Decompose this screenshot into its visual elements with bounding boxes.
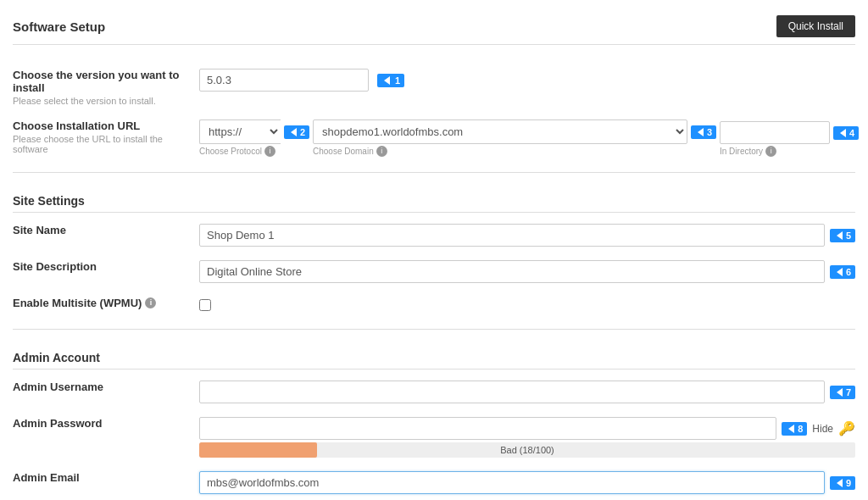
site-name-control: 5: [199, 224, 855, 247]
site-name-row: Site Name 5: [13, 217, 855, 253]
site-settings-section: Site Settings Site Name 5 Site Descripti…: [13, 177, 855, 330]
version-input[interactable]: [199, 69, 369, 92]
email-label-col: Admin Email: [13, 471, 199, 484]
admin-account-title: Admin Account: [13, 342, 855, 369]
annotation-2: 2: [284, 125, 309, 139]
site-settings-title: Site Settings: [13, 186, 855, 213]
password-label-col: Admin Password: [13, 417, 199, 430]
site-name-label: Site Name: [13, 224, 186, 236]
username-label-col: Admin Username: [13, 381, 199, 393]
password-row: Admin Password 8 Hide 🔑 Bad (18/100): [13, 410, 855, 464]
username-input[interactable]: [199, 381, 825, 403]
url-label-col: Choose Installation URL Please choose th…: [13, 119, 199, 154]
site-desc-row: Site Description 6: [13, 253, 855, 290]
multisite-label-col: Enable Multisite (WPMU) i: [13, 297, 199, 309]
strength-label: Bad (18/100): [199, 442, 855, 458]
username-label: Admin Username: [13, 381, 186, 393]
site-desc-label: Site Description: [13, 260, 186, 273]
annotation-3: 3: [691, 125, 716, 139]
directory-input[interactable]: [720, 121, 830, 144]
quick-install-button[interactable]: Quick Install: [776, 15, 855, 37]
password-strength-bar: Bad (18/100): [199, 442, 855, 458]
admin-account-section: Admin Account Admin Username 7 Admin Pas…: [13, 334, 855, 500]
url-row: Choose Installation URL Please choose th…: [13, 113, 855, 164]
page-title: Software Setup: [13, 19, 105, 34]
multisite-row: Enable Multisite (WPMU) i: [13, 290, 855, 320]
url-sublabel: Please choose the URL to install the sof…: [13, 134, 186, 154]
version-label-col: Choose the version you want to install P…: [13, 69, 199, 106]
version-url-section: Choose the version you want to install P…: [13, 53, 855, 173]
username-control: 7: [199, 381, 855, 403]
email-input[interactable]: [199, 471, 825, 494]
url-control-col: https:// http:// 2 Choose Protocol i: [199, 119, 855, 157]
annotation-5: 5: [830, 229, 855, 242]
site-desc-label-col: Site Description: [13, 260, 199, 273]
site-desc-control: 6: [199, 260, 855, 283]
version-row: Choose the version you want to install P…: [13, 62, 855, 113]
multisite-checkbox[interactable]: [199, 299, 211, 311]
directory-info-icon[interactable]: i: [765, 146, 776, 157]
directory-wrap: 4 In Directory i: [720, 121, 855, 157]
hide-password-button[interactable]: Hide: [812, 423, 833, 435]
domain-sublabel: Choose Domain i: [313, 146, 716, 157]
url-label: Choose Installation URL: [13, 119, 186, 132]
version-label: Choose the version you want to install: [13, 69, 186, 94]
protocol-sublabel: Choose Protocol i: [199, 146, 309, 157]
username-row: Admin Username 7: [13, 374, 855, 410]
password-control: 8 Hide 🔑 Bad (18/100): [199, 417, 855, 458]
site-name-input[interactable]: [199, 224, 825, 247]
password-label: Admin Password: [13, 417, 186, 430]
version-sublabel: Please select the version to install.: [13, 96, 186, 106]
protocol-wrap: https:// http:// 2 Choose Protocol i: [199, 119, 309, 157]
annotation-6: 6: [830, 265, 855, 279]
domain-wrap: shopdemo1.worldofmbs.com 3 Choose Domain…: [313, 119, 716, 157]
site-name-label-col: Site Name: [13, 224, 199, 236]
software-setup-header: Software Setup Quick Install: [13, 8, 855, 45]
email-row: Admin Email 9: [13, 464, 855, 500]
protocol-select[interactable]: https:// http://: [199, 119, 281, 144]
multisite-label: Enable Multisite (WPMU) i: [13, 297, 186, 309]
domain-select[interactable]: shopdemo1.worldofmbs.com: [313, 119, 687, 144]
key-icon[interactable]: 🔑: [838, 420, 855, 436]
directory-sublabel: In Directory i: [720, 146, 855, 157]
annotation-9: 9: [830, 476, 855, 490]
email-label: Admin Email: [13, 471, 186, 484]
site-desc-input[interactable]: [199, 260, 825, 283]
multisite-info-icon[interactable]: i: [145, 297, 156, 308]
email-control: 9: [199, 471, 855, 494]
protocol-info-icon[interactable]: i: [264, 146, 275, 157]
annotation-1: 1: [377, 74, 404, 87]
url-parts: https:// http:// 2 Choose Protocol i: [199, 119, 855, 157]
annotation-4: 4: [833, 126, 859, 140]
annotation-7: 7: [830, 386, 855, 399]
annotation-8: 8: [782, 422, 807, 436]
password-input[interactable]: [199, 417, 776, 440]
version-control-col: 1: [199, 69, 855, 92]
domain-info-icon[interactable]: i: [376, 146, 387, 157]
multisite-control: [199, 297, 855, 314]
